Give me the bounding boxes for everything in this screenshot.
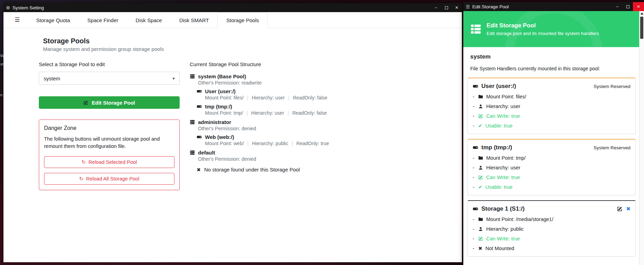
check-icon: ✔ [478, 123, 482, 129]
row-text: Can Write: true [486, 175, 520, 180]
remove-handler-icon[interactable]: ✖ [626, 206, 630, 212]
header-subtitle: Edit storage pool and its mounted file s… [487, 31, 599, 36]
storage-detail: Mount Point: web/ Hierarchy: public Read… [205, 141, 398, 146]
storage-detail: Mount Point: files/ Hierarchy: user Read… [205, 95, 398, 100]
hdd-icon [197, 134, 202, 140]
titlebar: ☰ Edit Storage Pool – ✕ [463, 2, 644, 11]
storage-detail: Mount Point: tmp/ Hierarchy: user ReadOn… [205, 110, 398, 116]
minimize-button[interactable]: – [431, 3, 441, 12]
close-button[interactable]: ✕ [452, 3, 462, 12]
folder-icon [478, 156, 483, 160]
edit-window-content: Edit Storage Pool Edit storage pool and … [463, 11, 639, 265]
handler-title: User (user:/) [481, 83, 516, 90]
pool-item: default Other's Permission: denied ✖ No … [190, 150, 398, 173]
gear-icon: ⚙ [3, 5, 12, 10]
hdd-icon [473, 145, 478, 150]
pencil-square-icon [478, 114, 483, 118]
window-controls: – ✕ [612, 2, 644, 11]
tab-storage-quota[interactable]: Storage Quota [27, 12, 79, 28]
handler-cards: User (user:/) System Reserved Mount Poin… [463, 78, 639, 262]
pool-permission: Other's Permission: denied [198, 126, 398, 131]
refresh-icon: ↻ [79, 176, 83, 182]
reload-selected-pool-button[interactable]: ↻ Reload Selected Pool [44, 156, 174, 168]
edit-storage-pool-window: ☰ Edit Storage Pool – ✕ Edit Storage Poo… [463, 2, 644, 265]
server-icon [190, 74, 195, 79]
hierarchy: Hierarchy: user [251, 110, 284, 116]
storage-item: User (user:/) Mount Point: files/ Hierar… [197, 88, 398, 100]
window-controls: – ✕ [431, 3, 462, 12]
empty-pool-text: No storage found under this Storage Pool [204, 167, 300, 173]
vertical-scrollbar[interactable] [639, 11, 644, 265]
hdd-icon [473, 83, 478, 89]
storage-name: User (user:/) [205, 88, 235, 94]
row-text: Hierarchy: user [486, 165, 520, 170]
pool-select-dropdown[interactable]: system ▾ [39, 72, 180, 85]
edit-storage-pool-button[interactable]: Edit Storage Pool [39, 96, 180, 109]
pool-name-heading: system [470, 53, 632, 60]
reload-all-pool-label: Reload All Storage Pool [86, 176, 139, 182]
reload-all-pool-button[interactable]: ↻ Reload All Storage Pool [44, 173, 174, 185]
handler-row-canwrite: Can Write: true [473, 175, 630, 180]
pool-header: system (Base Pool) [190, 73, 398, 79]
scrollbar-thumb[interactable] [640, 17, 643, 39]
user-icon [478, 104, 483, 109]
divider [287, 110, 289, 116]
handler-row-usable: ✔ Usable: true [473, 123, 630, 129]
check-icon: ✔ [478, 184, 482, 190]
pencil-square-icon [83, 100, 88, 105]
row-text: Hierarchy: public [486, 226, 524, 232]
row-text: Usable: true [486, 123, 513, 129]
mount-point: Mount Point: files/ [205, 95, 243, 100]
maximize-icon [445, 6, 448, 9]
readonly: ReadOnly: false [292, 110, 327, 116]
tab-disk-smart[interactable]: Disk SMART [171, 12, 218, 28]
row-text: Usable: true [486, 184, 513, 190]
maximize-button[interactable] [622, 2, 633, 11]
handler-row-notmounted: ✖ Not Mounted [473, 246, 630, 251]
storage-header: tmp (tmp:/) [197, 104, 398, 109]
titlebar: ⚙ System Setting – ✕ [3, 3, 462, 12]
edit-window-body: Edit Storage Pool Edit storage pool and … [463, 11, 644, 265]
page-subtitle: Manage system and permission group stora… [43, 46, 164, 52]
close-button[interactable]: ✕ [633, 2, 644, 11]
green-header-banner: Edit Storage Pool Edit storage pool and … [463, 11, 639, 47]
storage-name: tmp (tmp:/) [205, 104, 232, 109]
pencil-square-icon [478, 236, 483, 241]
handler-row-hierarchy: Hierarchy: user [473, 165, 630, 170]
handler-row-mount: Mount Point: /media/storage1/ [473, 217, 630, 222]
desktop-text-fragment: n. [0, 93, 3, 97]
handler-row-canwrite: Can Write: true [473, 113, 630, 119]
header-title: Edit Storage Pool [487, 22, 599, 29]
empty-pool-message: ✖ No storage found under this Storage Po… [197, 167, 398, 173]
window-title: Edit Storage Pool [472, 4, 509, 9]
pool-header: administrator [190, 119, 398, 125]
card-actions: ✖ [617, 206, 630, 212]
refresh-icon: ↻ [81, 159, 86, 165]
pool-header: default [190, 150, 398, 156]
row-text: Can Write: true [486, 113, 520, 119]
edit-handler-icon[interactable] [617, 206, 622, 212]
tab-space-finder[interactable]: Space Finder [79, 12, 127, 28]
divider [247, 110, 248, 116]
handler-row-hierarchy: Hierarchy: public [473, 226, 630, 232]
tab-storage-pools[interactable]: Storage Pools [217, 12, 267, 28]
danger-zone-card: Danger Zone The following buttons will u… [39, 120, 180, 190]
scrollbar-up-arrow-icon[interactable] [641, 12, 643, 15]
hamburger-icon: ☰ [15, 16, 20, 24]
menu-button[interactable]: ☰ [7, 12, 27, 28]
pool-item: system (Base Pool) Other's Permission: r… [190, 73, 398, 116]
handler-row-mount: Mount Point: files/ [473, 94, 630, 99]
minimize-button[interactable]: – [612, 2, 622, 11]
handler-card-storage1: Storage 1 (S1:/) ✖ Mount Point: /media/s… [467, 200, 636, 257]
list-panel-icon [470, 24, 481, 35]
cross-icon: ✖ [478, 246, 482, 251]
window-title: System Setting [12, 5, 44, 10]
row-text: Hierarchy: user [486, 104, 520, 109]
mount-point: Mount Point: web/ [205, 141, 244, 146]
user-icon [478, 165, 483, 170]
maximize-button[interactable] [441, 3, 452, 12]
handlers-label: File System Handlers currently mounted i… [470, 66, 632, 71]
pool-info: system File System Handlers currently mo… [470, 47, 632, 71]
hamburger-icon: ☰ [463, 4, 472, 9]
tab-disk-space[interactable]: Disk Space [127, 12, 171, 28]
